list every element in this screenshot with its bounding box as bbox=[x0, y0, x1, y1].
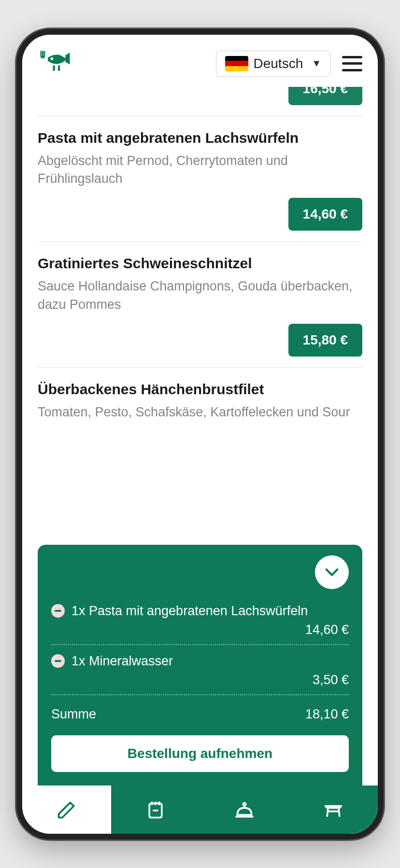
svg-point-0 bbox=[51, 57, 54, 60]
german-flag-icon bbox=[225, 56, 248, 71]
price-button[interactable]: 15,80 € bbox=[288, 324, 362, 357]
menu-item: Überbackenes Hänchenbrustfilet Tomaten, … bbox=[38, 368, 362, 442]
menu-list: 16,50 € Pasta mit angebratenen Lachswürf… bbox=[22, 87, 378, 442]
phone-frame: Deutsch ▼ 16,50 € Pasta mit angebratenen… bbox=[16, 29, 384, 840]
nav-service[interactable] bbox=[200, 785, 289, 834]
header: Deutsch ▼ bbox=[22, 35, 378, 87]
order-button[interactable]: Bestellung aufnehmen bbox=[51, 735, 349, 772]
cart-line-price: 3,50 € bbox=[51, 673, 349, 688]
language-selector[interactable]: Deutsch ▼ bbox=[216, 51, 330, 77]
nav-table[interactable] bbox=[289, 785, 378, 834]
menu-item-partial: 16,50 € bbox=[38, 87, 362, 116]
pencil-icon bbox=[56, 799, 77, 820]
chevron-down-icon: ▼ bbox=[312, 58, 321, 69]
cart-line-label: 1x Mineralwasser bbox=[71, 654, 173, 669]
cart-panel: 1x Pasta mit angebratenen Lachswürfeln 1… bbox=[38, 545, 362, 785]
price-button[interactable]: 14,60 € bbox=[288, 198, 362, 231]
menu-item: Pasta mit angebratenen Lachswürfeln Abge… bbox=[38, 116, 362, 242]
cart-line: 1x Mineralwasser 3,50 € bbox=[51, 654, 349, 695]
chevron-down-icon bbox=[324, 564, 340, 580]
menu-item-desc: Tomaten, Pesto, Schafskäse, Kartoffeleck… bbox=[38, 403, 362, 422]
svg-point-4 bbox=[243, 803, 246, 806]
menu-item-title: Gratiniertes Schweineschnitzel bbox=[38, 255, 362, 272]
remove-item-button[interactable] bbox=[51, 604, 65, 618]
cart-line-label: 1x Pasta mit angebratenen Lachswürfeln bbox=[71, 604, 308, 619]
svg-rect-1 bbox=[53, 65, 55, 70]
bell-icon bbox=[234, 799, 255, 820]
table-icon bbox=[323, 799, 344, 820]
cart-line: 1x Pasta mit angebratenen Lachswürfeln 1… bbox=[51, 604, 349, 645]
cart-total-row: Summe 18,10 € bbox=[51, 707, 349, 722]
menu-item: Gratiniertes Schweineschnitzel Sauce Hol… bbox=[38, 242, 362, 368]
cart-line-price: 14,60 € bbox=[51, 622, 349, 637]
price-button-partial[interactable]: 16,50 € bbox=[288, 87, 362, 105]
menu-icon[interactable] bbox=[342, 56, 362, 71]
cart-collapse-button[interactable] bbox=[315, 555, 349, 589]
content-area: 16,50 € Pasta mit angebratenen Lachswürf… bbox=[22, 87, 378, 785]
header-right: Deutsch ▼ bbox=[216, 51, 362, 77]
menu-item-desc: Sauce Hollandaise Champignons, Gouda übe… bbox=[38, 277, 362, 314]
language-label: Deutsch bbox=[253, 56, 303, 71]
app-logo bbox=[38, 48, 71, 79]
svg-rect-2 bbox=[58, 65, 60, 70]
nav-notes[interactable] bbox=[111, 785, 200, 834]
menu-item-title: Pasta mit angebratenen Lachswürfeln bbox=[38, 130, 362, 146]
bottom-nav bbox=[22, 785, 378, 834]
cart-total-value: 18,10 € bbox=[305, 707, 349, 722]
notepad-icon bbox=[145, 799, 166, 820]
remove-item-button[interactable] bbox=[51, 654, 65, 668]
nav-edit[interactable] bbox=[22, 785, 111, 834]
cart-lines: 1x Pasta mit angebratenen Lachswürfeln 1… bbox=[51, 604, 349, 695]
menu-item-title: Überbackenes Hänchenbrustfilet bbox=[38, 381, 362, 398]
menu-item-desc: Abgelöscht mit Pernod, Cherrytomaten und… bbox=[38, 152, 362, 189]
cart-total-label: Summe bbox=[51, 707, 96, 722]
